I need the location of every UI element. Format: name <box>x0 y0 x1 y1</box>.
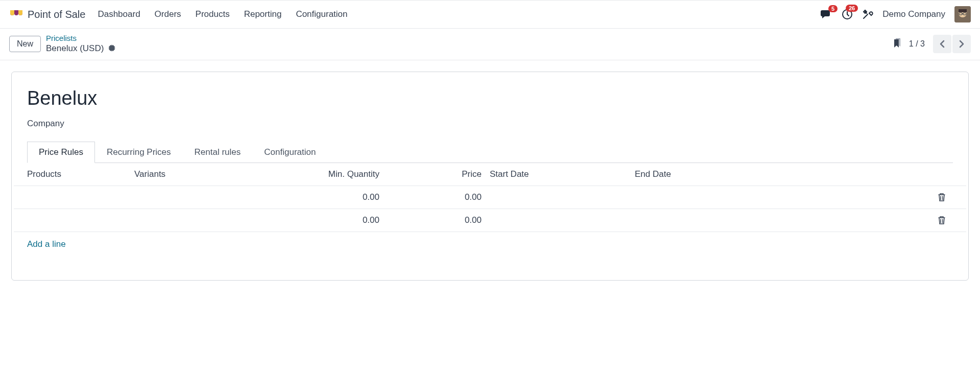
company-switcher[interactable]: Demo Company <box>882 9 945 19</box>
bookmark-icon <box>893 38 902 50</box>
record-actions-button[interactable] <box>108 44 116 53</box>
app-name: Point of Sale <box>28 9 85 20</box>
pricelist-name-field[interactable]: Benelux <box>27 87 953 109</box>
add-line-button[interactable]: Add a line <box>27 239 66 249</box>
tab-rental-rules[interactable]: Rental rules <box>183 142 253 163</box>
price-rules-grid: Products Variants Min. Quantity Price St… <box>14 163 966 280</box>
pager-prev-button[interactable] <box>933 35 951 53</box>
col-header-price[interactable]: Price <box>379 169 482 179</box>
grid-header-row: Products Variants Min. Quantity Price St… <box>14 163 966 186</box>
col-header-variants[interactable]: Variants <box>134 169 267 179</box>
app-logo-icon <box>9 8 23 20</box>
trash-icon <box>938 193 946 202</box>
form-sheet: Benelux Company Price Rules Recurring Pr… <box>11 72 969 281</box>
form-content: Benelux Company Price Rules Recurring Pr… <box>0 60 980 292</box>
breadcrumb: Pricelists Benelux (USD) <box>46 34 893 54</box>
pager-buttons <box>932 35 971 53</box>
breadcrumb-parent-link[interactable]: Pricelists <box>46 34 893 42</box>
nav-reporting[interactable]: Reporting <box>244 9 282 19</box>
tab-recurring-prices[interactable]: Recurring Prices <box>95 142 183 163</box>
company-field-label[interactable]: Company <box>27 119 953 129</box>
bookmark-button[interactable] <box>893 38 902 50</box>
cell-min-quantity[interactable]: 0.00 <box>267 215 379 225</box>
top-navbar: Point of Sale Dashboard Orders Products … <box>0 0 980 29</box>
grid-row[interactable]: 0.00 0.00 <box>14 209 966 232</box>
debug-button[interactable] <box>862 9 873 20</box>
main-nav: Dashboard Orders Products Reporting Conf… <box>98 9 820 19</box>
chevron-right-icon <box>959 39 965 49</box>
activities-button[interactable]: 26 <box>842 9 853 20</box>
new-button[interactable]: New <box>9 36 41 52</box>
messages-button[interactable]: 5 <box>820 9 832 19</box>
nav-dashboard[interactable]: Dashboard <box>98 9 140 19</box>
tab-price-rules[interactable]: Price Rules <box>27 142 95 163</box>
cell-price[interactable]: 0.00 <box>379 192 482 202</box>
chevron-left-icon <box>939 39 945 49</box>
gear-icon <box>108 44 116 53</box>
col-header-products[interactable]: Products <box>27 169 134 179</box>
tools-icon <box>862 9 873 20</box>
messages-badge: 5 <box>828 5 838 12</box>
pager-next-button[interactable] <box>952 35 971 53</box>
nav-configuration[interactable]: Configuration <box>296 9 347 19</box>
app-brand[interactable]: Point of Sale <box>9 8 85 20</box>
nav-products[interactable]: Products <box>196 9 230 19</box>
col-header-min-quantity[interactable]: Min. Quantity <box>267 169 379 179</box>
topbar-right: 5 26 Demo Company <box>820 6 971 22</box>
nav-orders[interactable]: Orders <box>155 9 181 19</box>
tab-configuration[interactable]: Configuration <box>252 142 327 163</box>
breadcrumb-current: Benelux (USD) <box>46 43 104 54</box>
row-delete-button[interactable] <box>938 193 953 202</box>
pager-counter[interactable]: 1 / 3 <box>909 39 925 49</box>
control-right: 1 / 3 <box>893 35 971 53</box>
avatar-icon <box>954 6 971 22</box>
add-line-row: Add a line <box>14 232 966 280</box>
svg-rect-3 <box>959 9 967 12</box>
col-header-start-date[interactable]: Start Date <box>482 169 635 179</box>
grid-row[interactable]: 0.00 0.00 <box>14 186 966 209</box>
col-header-end-date[interactable]: End Date <box>635 169 938 179</box>
cell-min-quantity[interactable]: 0.00 <box>267 192 379 202</box>
cell-price[interactable]: 0.00 <box>379 215 482 225</box>
row-delete-button[interactable] <box>938 216 953 225</box>
user-avatar[interactable] <box>954 6 971 22</box>
control-panel: New Pricelists Benelux (USD) 1 / 3 <box>0 29 980 60</box>
trash-icon <box>938 216 946 225</box>
notebook-tabs: Price Rules Recurring Prices Rental rule… <box>27 141 953 163</box>
activities-badge: 26 <box>846 5 858 12</box>
